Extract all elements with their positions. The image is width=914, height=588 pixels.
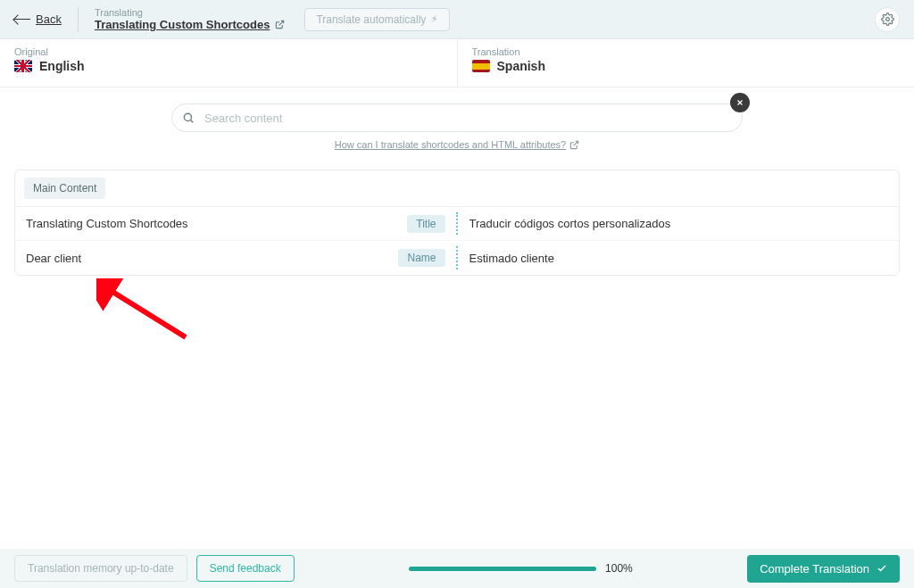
help-link[interactable]: How can I translate shortcodes and HTML … [14,139,900,150]
complete-translation-button[interactable]: Complete Translation [747,555,900,583]
translation-label: Translation [472,46,901,57]
original-lang-name: English [39,59,85,73]
svg-point-1 [885,18,889,21]
translation-lang-row: Spanish [472,59,901,73]
content-area: How can I translate shortcodes and HTML … [0,87,914,276]
settings-button[interactable] [875,7,900,32]
search-input[interactable] [171,104,743,132]
breadcrumb-context: Translating [95,7,285,18]
uk-flag-icon [14,60,32,72]
back-label: Back [36,12,62,26]
translation-language-column: Translation Spanish [458,39,915,87]
svg-line-0 [279,21,284,25]
original-label: Original [14,46,443,57]
original-language-column: Original English [0,39,458,87]
divider [78,7,79,32]
breadcrumb: Translating Translating Custom Shortcode… [95,7,285,31]
target-cell[interactable]: Traducir códigos cortos personalizados [459,217,900,230]
external-link-icon [569,140,579,150]
source-cell: Dear client Name [15,249,456,267]
external-link-icon [275,20,285,29]
translation-memory-button[interactable]: Translation memory up-to-date [14,555,187,582]
source-cell: Translating Custom Shortcodes Title [15,215,456,233]
back-button[interactable]: Back [14,12,62,26]
table-row[interactable]: Dear client Name Estimado cliente [15,241,899,275]
svg-line-6 [574,141,578,145]
send-feedback-button[interactable]: Send feedback [196,555,295,582]
svg-point-2 [184,113,191,120]
check-icon [877,563,887,574]
progress-wrap: 100% [303,562,738,575]
progress-percentage: 100% [605,562,633,575]
progress-bar [409,567,596,571]
panel-header: Main Content [15,170,899,207]
clear-search-button[interactable] [730,93,750,112]
search-wrap [171,104,743,132]
search-icon [182,112,195,124]
target-cell[interactable]: Estimado cliente [459,252,900,265]
svg-line-7 [105,287,186,337]
original-lang-row: English [14,59,443,73]
panel-header-chip: Main Content [24,178,105,199]
field-tag: Name [398,249,445,267]
close-icon [735,98,744,107]
help-link-text: How can I translate shortcodes and HTML … [335,139,566,150]
main-content-panel: Main Content Translating Custom Shortcod… [14,170,900,276]
table-row[interactable]: Translating Custom Shortcodes Title Trad… [15,207,899,241]
target-text: Estimado cliente [469,252,554,265]
breadcrumb-title[interactable]: Translating Custom Shortcodes [95,18,285,31]
field-tag: Title [407,215,445,233]
spain-flag-icon [472,60,490,72]
footer-bar: Translation memory up-to-date Send feedb… [0,549,914,588]
language-bar: Original English Translation Spanish [0,39,914,87]
back-arrow-icon [14,19,30,20]
breadcrumb-title-text: Translating Custom Shortcodes [95,18,270,31]
source-text: Dear client [26,252,81,265]
gear-icon [881,12,894,26]
auto-btn-label: Translate automatically [316,13,426,26]
translate-automatically-button[interactable]: Translate automatically ⚡︎ [304,8,450,31]
svg-line-3 [191,120,194,123]
complete-btn-label: Complete Translation [760,562,869,576]
annotation-arrow-icon [96,278,195,350]
bolt-icon: ⚡︎ [431,13,438,25]
translation-lang-name: Spanish [497,59,545,73]
source-text: Translating Custom Shortcodes [26,217,188,230]
top-bar: Back Translating Translating Custom Shor… [0,0,914,39]
target-text: Traducir códigos cortos personalizados [469,217,671,230]
